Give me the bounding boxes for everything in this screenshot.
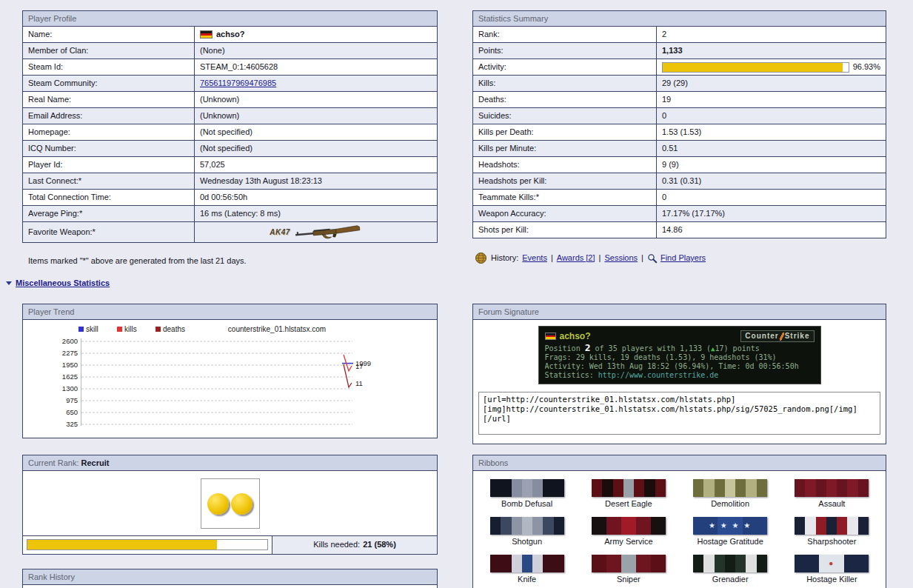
field-value-text: (Unknown) [200,95,239,104]
field-label: Member of Clan: [23,43,195,59]
ribbon-label: Desert Eagle [605,499,652,509]
ribbon-label: Army Service [604,537,652,547]
field-value: (Not specified) [195,141,437,156]
ribbon-image-army-service [592,517,666,535]
profile-row: Average Ping:*16 ms (Latency: 8 ms) [23,206,437,222]
logo-text-right: Strike [785,332,810,341]
current-rank-panel: Current Rank: Recruit Kills needed: 21 (… [22,455,438,555]
rank-progress-row: Kills needed: 21 (58%) [23,535,437,554]
field-value: 0.31 (0.31) [657,173,886,189]
ribbon-item: Knife [476,555,578,584]
field-label: Headshots per Kill: [473,173,657,189]
collapse-arrow-icon [6,281,12,285]
field-label: Weapon Accuracy: [473,206,657,221]
stat-row: Weapon Accuracy:17.17% (17.17%) [473,206,886,222]
field-value: 96.93% [657,59,886,75]
ribbon-label: Bomb Defusal [501,499,552,509]
player-trend-header: Player Trend [23,304,437,320]
profile-row: Steam Community:76561197969476985 [23,76,437,92]
profile-row: Name:achso? [23,27,437,43]
svg-text:skill: skill [86,325,98,333]
profile-row: Total Connection Time:0d 00:56:50h [23,190,437,206]
logo-wedge-icon [780,333,784,341]
ribbon-image-demolition [693,479,767,497]
activity-progressbar [662,62,849,73]
sig-frags-line: Frags: 29 kills, 19 deaths (1.53), 9 hea… [545,353,815,362]
svg-text:325: 325 [66,420,78,428]
current-rank-header: Current Rank: Recruit [23,455,437,471]
sig-stats-url: http://www.counterstrike.de [598,371,719,379]
field-value: 0.51 [657,141,886,156]
profile-row: Member of Clan:(None) [23,43,437,59]
statistics-summary-header: Statistics Summary [473,11,886,27]
player-profile-table: Name:achso?Member of Clan:(None)Steam Id… [23,27,437,242]
activity-percent: 96.93% [853,62,880,72]
field-value: (Unknown) [195,92,437,107]
magnifier-icon [647,253,658,264]
ribbon-overlay: ● [795,555,869,572]
misc-statistics-link[interactable]: Miscellaneous Statistics [16,278,110,288]
profile-row: ICQ Number:(Not specified) [23,141,437,157]
logo-text-left: Counter [745,332,778,341]
ribbon-item: Army Service [578,517,679,547]
gold-medal-icon [207,493,229,515]
field-value: AK47 [195,222,437,242]
stat-row: Suicides:0 [473,108,886,124]
field-value: 19 [657,92,886,107]
field-value: (None) [195,43,437,59]
history-link-find-players[interactable]: Find Players [660,253,706,263]
germany-flag-icon [200,30,213,39]
ribbon-item: Grenadier [680,555,781,584]
field-label: Headshots: [473,157,657,173]
history-links: Events|Awards [2]|Sessions|Find Players [522,253,706,264]
ribbon-label: Hostage Gratitude [697,537,763,547]
current-rank-value: Recruit [81,458,110,467]
ribbon-item: Assault [781,479,883,509]
field-value: 2 [657,27,886,42]
sig-activity-line: Activity: Wed 13th Aug 18:52 (96.94%), T… [545,362,815,371]
sig-name-row: achso? CounterStrike [545,330,815,342]
field-label: ICQ Number: [23,141,195,156]
steam-community-link[interactable]: 76561197969476985 [200,78,276,88]
ribbon-image-desert-eagle [592,479,666,497]
sig-position-value: 2 [585,344,591,353]
stat-row: Kills per Death:1.53 (1.53) [473,124,886,141]
field-value: 0 [657,108,886,124]
field-value-text: 57,025 [200,160,225,170]
field-label: Kills: [473,76,657,91]
svg-text:650: 650 [66,408,78,416]
ribbons-header: Ribbons [473,455,886,471]
ribbon-image-sniper [592,555,666,572]
field-label: Points: [473,43,657,59]
stat-row: Teammate Kills:*0 [473,190,886,206]
svg-text:2600: 2600 [62,337,78,345]
field-value-text: 9 (9) [662,160,679,170]
field-value-text: 1,133 [662,46,683,56]
player-profile-header: Player Profile [23,11,437,27]
field-label: Shots per Kill: [473,222,657,238]
field-label: Steam Id: [23,59,195,75]
misc-statistics-toggle[interactable]: Miscellaneous Statistics [6,278,110,288]
history-link-awards-2[interactable]: Awards [2] [557,253,595,263]
player-trend-panel: Player Trend skillkillsdeathscounterstri… [22,304,438,438]
activity-progressbar-fill [663,63,843,72]
svg-text:kills: kills [124,325,137,333]
field-value-text: 19 [662,95,671,104]
ribbons-grid: Bomb DefusalDesert EagleDemolitionAssaul… [473,471,886,588]
stat-row: Activity:96.93% [473,59,886,76]
ak47-icon [294,225,362,240]
signature-bbcode-box[interactable]: [url=http://counterstrike_01.hlstatsx.co… [478,392,880,435]
gold-medal-icon [231,493,253,515]
history-link-events[interactable]: Events [522,253,547,263]
ribbon-image-hostage-gratitude: ★ ★ ★ ★ [693,517,767,535]
field-value-text: 16 ms (Latency: 8 ms) [200,209,281,218]
bbcode-line: [url=http://counterstrike_01.hlstatsx.co… [483,395,876,404]
svg-text:2275: 2275 [62,349,78,357]
rank-history-panel: Rank History [22,569,438,588]
history-link-sessions[interactable]: Sessions [604,253,638,263]
sig-points-delta: 17 [715,344,724,353]
svg-text:11: 11 [355,379,363,387]
ribbon-item: Desert Eagle [578,479,679,509]
germany-flag-icon [545,333,556,340]
sig-position-mid: of 35 players with 1,133 ( [595,344,712,353]
